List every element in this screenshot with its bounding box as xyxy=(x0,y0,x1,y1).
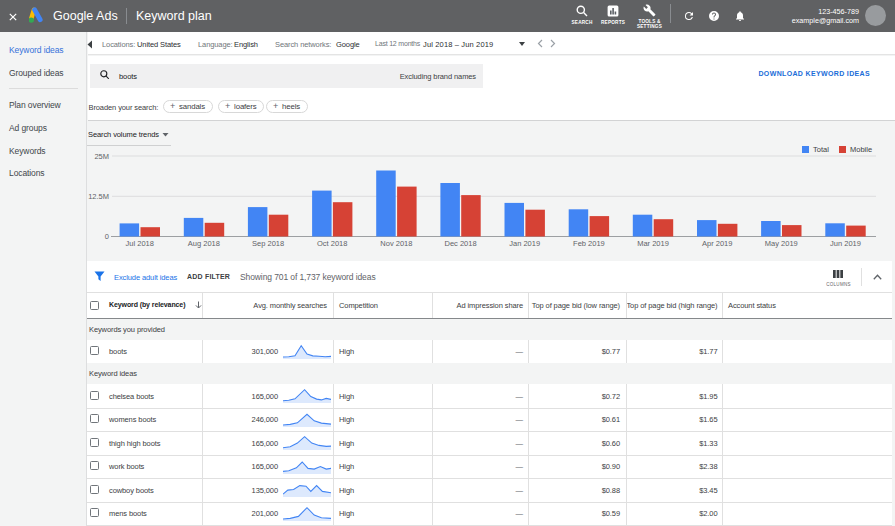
svg-text:Jul 2018: Jul 2018 xyxy=(126,239,154,248)
svg-text:Mar 2019: Mar 2019 xyxy=(637,239,669,248)
svg-text:Oct 2018: Oct 2018 xyxy=(317,239,347,248)
svg-text:Search volume trends: Search volume trends xyxy=(88,130,159,139)
svg-text:Nov 2018: Nov 2018 xyxy=(380,239,412,248)
svg-text:Aug 2018: Aug 2018 xyxy=(188,239,220,248)
svg-text:Jun 2019: Jun 2019 xyxy=(830,239,861,248)
svg-text:Dec 2018: Dec 2018 xyxy=(445,239,477,248)
svg-text:Total: Total xyxy=(813,145,829,154)
svg-text:Apr 2019: Apr 2019 xyxy=(702,239,732,248)
svg-text:Jan 2019: Jan 2019 xyxy=(509,239,540,248)
svg-text:25M: 25M xyxy=(94,152,109,161)
svg-text:12.5M: 12.5M xyxy=(88,192,109,201)
svg-text:Sep 2018: Sep 2018 xyxy=(252,239,284,248)
svg-text:Mobile: Mobile xyxy=(850,145,872,154)
svg-text:Feb 2019: Feb 2019 xyxy=(573,239,605,248)
svg-text:May 2019: May 2019 xyxy=(765,239,798,248)
svg-text:0: 0 xyxy=(105,232,109,241)
